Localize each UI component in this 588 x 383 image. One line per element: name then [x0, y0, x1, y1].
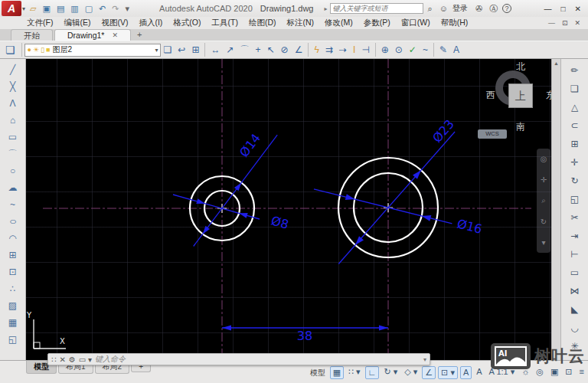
viewcube-west-label[interactable]: 西: [486, 89, 495, 102]
menu-file[interactable]: 文件(F): [21, 18, 58, 28]
dimension-text-edit-icon[interactable]: A: [450, 44, 462, 56]
dimension-d23[interactable]: Ø23: [338, 116, 457, 264]
break-icon[interactable]: ▭: [564, 264, 586, 282]
trim-icon[interactable]: ✂: [564, 208, 586, 227]
polar-tracking-toggle[interactable]: ↻ ▾: [381, 366, 400, 379]
tab-start[interactable]: 开始: [11, 29, 53, 41]
center-mark-icon[interactable]: ⊙: [392, 44, 406, 56]
rotate-icon[interactable]: ↻: [564, 172, 586, 190]
menu-tools[interactable]: 工具(T): [207, 18, 243, 28]
help-icon[interactable]: ?: [502, 4, 511, 13]
window-maximize-button[interactable]: □: [557, 5, 570, 13]
layer-freeze-icon[interactable]: ☀: [32, 46, 40, 54]
app-logo-caret-icon[interactable]: ▾: [22, 5, 25, 12]
layer-states-icon[interactable]: ⊞: [188, 44, 202, 56]
viewcube-top-face[interactable]: 上: [509, 84, 532, 107]
window-close-button[interactable]: ✕: [571, 5, 585, 13]
app-store-cart-icon[interactable]: ✇: [473, 4, 485, 14]
offset-icon[interactable]: ⊂: [564, 116, 586, 135]
qat-customize-icon[interactable]: ▾: [123, 3, 132, 15]
orbit-icon[interactable]: ↻: [541, 218, 547, 226]
pan-icon[interactable]: ✛: [541, 175, 547, 184]
ellipse-icon[interactable]: ○: [0, 213, 26, 230]
spline-icon[interactable]: ~: [3, 196, 23, 213]
array-icon[interactable]: ⊞: [564, 135, 586, 153]
menu-help[interactable]: 帮助(H): [436, 18, 474, 28]
viewcube-ring[interactable]: 上: [495, 70, 531, 106]
new-tab-icon[interactable]: +: [132, 29, 146, 41]
construction-line-icon[interactable]: ╳: [3, 78, 23, 95]
redo-icon[interactable]: ↷: [109, 3, 121, 15]
menu-dimension[interactable]: 标注(N): [282, 18, 320, 28]
doc-restore-button[interactable]: ⊡: [559, 19, 571, 27]
mirror-icon[interactable]: △: [564, 98, 586, 116]
object-snap-toggle[interactable]: ⊡ ▾: [438, 366, 458, 379]
menu-modify[interactable]: 修改(M): [319, 18, 358, 28]
tab-close-icon[interactable]: ✕: [112, 30, 118, 41]
aligned-dimension-icon[interactable]: ↗: [223, 44, 237, 56]
object-snap-tracking-toggle[interactable]: ∠: [422, 366, 436, 379]
search-flyout-icon[interactable]: ▸: [324, 5, 327, 12]
fillet-icon[interactable]: ◡: [564, 319, 586, 337]
undo-icon[interactable]: ↶: [96, 3, 108, 15]
ortho-toggle[interactable]: ∟: [365, 366, 380, 379]
search-binoculars-icon[interactable]: ⌕: [426, 4, 435, 14]
annotation-autoscale-toggle[interactable]: A: [474, 366, 484, 379]
scroll-up-icon[interactable]: ▲: [554, 59, 559, 66]
menu-draw[interactable]: 绘图(D): [243, 18, 282, 28]
signin-label[interactable]: 登录: [452, 3, 468, 14]
insert-block-icon[interactable]: ⊞: [3, 247, 23, 264]
tolerance-icon[interactable]: ⊕: [378, 44, 392, 56]
viewcube-east-label[interactable]: 东: [546, 89, 551, 102]
gradient-icon[interactable]: ▦: [3, 314, 23, 331]
view-cube[interactable]: 北 上 西 东 南: [485, 61, 551, 137]
make-object-layer-current-icon[interactable]: ❏: [161, 44, 175, 56]
layer-lock-icon[interactable]: ▯: [40, 46, 45, 54]
join-icon[interactable]: ⋈: [564, 282, 586, 300]
menu-insert[interactable]: 插入(I): [133, 18, 168, 28]
copy-icon[interactable]: ❏: [564, 80, 586, 98]
break-at-point-icon[interactable]: ⊢: [564, 245, 586, 264]
doc-minimize-button[interactable]: —: [545, 19, 558, 27]
commandline-customize-icon[interactable]: ⚙: [69, 355, 76, 364]
arc-icon[interactable]: ⌒: [3, 146, 23, 162]
search-input[interactable]: [330, 3, 423, 14]
dimension-break-icon[interactable]: ⊣: [358, 44, 372, 56]
menu-edit[interactable]: 编辑(E): [58, 18, 96, 28]
plot-icon[interactable]: ▥: [68, 3, 80, 15]
diameter-dimension-icon[interactable]: ⊘: [278, 44, 292, 56]
showmotion-icon[interactable]: ▾: [541, 238, 545, 247]
isometric-drafting-toggle[interactable]: ◇ ▾: [402, 366, 420, 379]
menu-view[interactable]: 视图(V): [96, 18, 133, 28]
commandline-recent-icon[interactable]: ▭ ▾: [79, 355, 92, 364]
continue-dimension-icon[interactable]: ⇢: [336, 44, 350, 56]
ellipse-arc-icon[interactable]: ◠: [3, 230, 23, 247]
annotation-visibility-toggle[interactable]: A: [460, 366, 472, 379]
status-model-label[interactable]: 模型: [310, 368, 325, 378]
grid-toggle[interactable]: ▦: [330, 366, 344, 379]
ordinate-dimension-icon[interactable]: +: [253, 44, 264, 56]
snap-mode-toggle[interactable]: ∷ ▾: [346, 366, 363, 379]
command-input[interactable]: 键入命令: [95, 354, 420, 365]
layer-color-swatch[interactable]: ■: [45, 46, 51, 54]
layer-previous-icon[interactable]: ↩: [175, 44, 188, 56]
drawing-canvas[interactable]: Ø14 Ø8 Ø23: [26, 59, 551, 360]
app-logo[interactable]: A: [2, 1, 21, 16]
menu-format[interactable]: 格式(O): [168, 18, 206, 28]
create-block-icon[interactable]: ⊡: [3, 264, 23, 280]
dimension-space-icon[interactable]: I: [350, 44, 358, 56]
angular-dimension-icon[interactable]: ∠: [292, 44, 306, 56]
polyline-icon[interactable]: Λ: [3, 95, 23, 112]
dimension-d14[interactable]: Ø14: [194, 131, 278, 247]
command-line[interactable]: ∷✕⚙▭ ▾ 键入命令 ▾: [47, 353, 430, 365]
ucs-icon[interactable]: Y X: [26, 311, 66, 349]
arc-length-dimension-icon[interactable]: ⌒: [237, 43, 253, 57]
open-icon[interactable]: ▱: [28, 3, 38, 15]
layer-properties-icon[interactable]: ❏: [2, 44, 19, 56]
circle-icon[interactable]: ○: [3, 162, 23, 179]
quick-dimension-icon[interactable]: ϟ: [311, 44, 322, 56]
chamfer-icon[interactable]: ◣: [564, 300, 586, 319]
layer-dropdown[interactable]: ●☀▯■ 图层2 ▾: [24, 44, 161, 57]
dimension-edit-icon[interactable]: ✎: [436, 44, 450, 56]
signin-person-icon[interactable]: ☺: [437, 4, 450, 13]
